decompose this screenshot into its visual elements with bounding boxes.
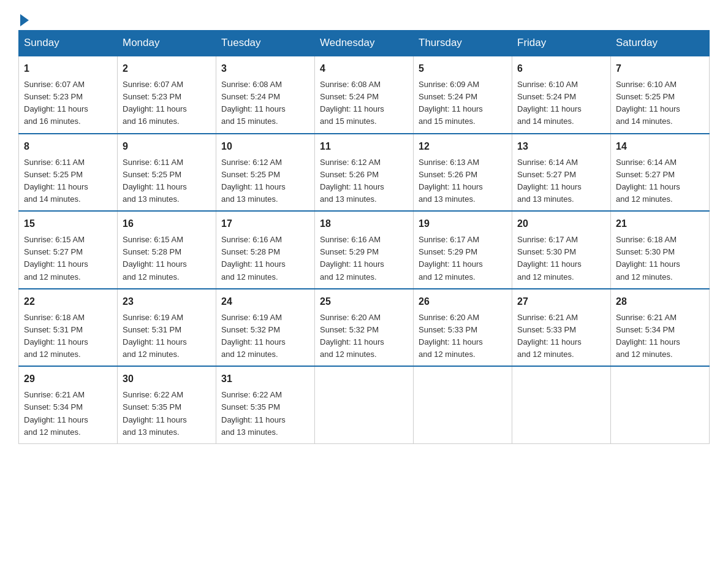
day-number: 10: [221, 139, 309, 154]
day-info: Sunrise: 6:11 AMSunset: 5:25 PMDaylight:…: [123, 156, 211, 206]
calendar-cell: 15Sunrise: 6:15 AMSunset: 5:27 PMDayligh…: [19, 211, 118, 289]
day-info: Sunrise: 6:17 AMSunset: 5:29 PMDaylight:…: [419, 234, 507, 283]
calendar-cell: 20Sunrise: 6:17 AMSunset: 5:30 PMDayligh…: [512, 211, 611, 289]
header-friday: Friday: [512, 31, 611, 56]
day-info: Sunrise: 6:14 AMSunset: 5:27 PMDaylight:…: [616, 156, 704, 206]
calendar-cell: 26Sunrise: 6:20 AMSunset: 5:33 PMDayligh…: [414, 289, 512, 367]
day-number: 6: [517, 61, 605, 76]
logo: [18, 12, 29, 24]
day-info: Sunrise: 6:22 AMSunset: 5:35 PMDaylight:…: [221, 389, 309, 439]
calendar-cell: 22Sunrise: 6:18 AMSunset: 5:31 PMDayligh…: [19, 289, 118, 367]
calendar-cell: 17Sunrise: 6:16 AMSunset: 5:28 PMDayligh…: [216, 211, 315, 289]
day-info: Sunrise: 6:12 AMSunset: 5:25 PMDaylight:…: [221, 156, 309, 206]
day-info: Sunrise: 6:12 AMSunset: 5:26 PMDaylight:…: [320, 156, 408, 206]
calendar-cell: 11Sunrise: 6:12 AMSunset: 5:26 PMDayligh…: [315, 134, 414, 212]
day-info: Sunrise: 6:15 AMSunset: 5:28 PMDaylight:…: [123, 234, 211, 283]
day-info: Sunrise: 6:18 AMSunset: 5:30 PMDaylight:…: [616, 234, 704, 283]
day-number: 27: [517, 294, 605, 309]
day-number: 26: [419, 294, 507, 309]
day-number: 25: [320, 294, 408, 309]
calendar-cell: 3Sunrise: 6:08 AMSunset: 5:24 PMDaylight…: [216, 56, 315, 134]
calendar-cell: 14Sunrise: 6:14 AMSunset: 5:27 PMDayligh…: [611, 134, 710, 212]
day-info: Sunrise: 6:22 AMSunset: 5:35 PMDaylight:…: [123, 389, 211, 439]
calendar-cell: 30Sunrise: 6:22 AMSunset: 5:35 PMDayligh…: [118, 366, 216, 443]
day-number: 29: [24, 372, 112, 386]
day-number: 21: [616, 216, 704, 231]
day-info: Sunrise: 6:08 AMSunset: 5:24 PMDaylight:…: [320, 79, 408, 128]
calendar-cell: 18Sunrise: 6:16 AMSunset: 5:29 PMDayligh…: [315, 211, 414, 289]
day-number: 22: [24, 294, 112, 309]
calendar-cell: 25Sunrise: 6:20 AMSunset: 5:32 PMDayligh…: [315, 289, 414, 367]
calendar-cell: 12Sunrise: 6:13 AMSunset: 5:26 PMDayligh…: [414, 134, 512, 212]
day-number: 14: [616, 139, 704, 154]
day-info: Sunrise: 6:10 AMSunset: 5:25 PMDaylight:…: [616, 79, 704, 128]
calendar-cell: [315, 366, 414, 443]
day-number: 19: [419, 216, 507, 231]
day-number: 2: [123, 61, 211, 76]
day-info: Sunrise: 6:07 AMSunset: 5:23 PMDaylight:…: [123, 79, 211, 128]
calendar-week-row: 22Sunrise: 6:18 AMSunset: 5:31 PMDayligh…: [19, 289, 710, 367]
calendar-header-row: SundayMondayTuesdayWednesdayThursdayFrid…: [19, 31, 710, 56]
calendar-table: SundayMondayTuesdayWednesdayThursdayFrid…: [18, 30, 710, 444]
header-tuesday: Tuesday: [216, 31, 315, 56]
day-number: 18: [320, 216, 408, 231]
day-number: 11: [320, 139, 408, 154]
calendar-cell: 16Sunrise: 6:15 AMSunset: 5:28 PMDayligh…: [118, 211, 216, 289]
day-info: Sunrise: 6:16 AMSunset: 5:29 PMDaylight:…: [320, 234, 408, 283]
calendar-cell: 19Sunrise: 6:17 AMSunset: 5:29 PMDayligh…: [414, 211, 512, 289]
day-number: 23: [123, 294, 211, 309]
day-info: Sunrise: 6:17 AMSunset: 5:30 PMDaylight:…: [517, 234, 605, 283]
day-info: Sunrise: 6:21 AMSunset: 5:34 PMDaylight:…: [616, 312, 704, 361]
day-info: Sunrise: 6:08 AMSunset: 5:24 PMDaylight:…: [221, 79, 309, 128]
day-info: Sunrise: 6:20 AMSunset: 5:32 PMDaylight:…: [320, 312, 408, 361]
day-info: Sunrise: 6:19 AMSunset: 5:32 PMDaylight:…: [221, 312, 309, 361]
calendar-cell: 4Sunrise: 6:08 AMSunset: 5:24 PMDaylight…: [315, 56, 414, 134]
day-info: Sunrise: 6:10 AMSunset: 5:24 PMDaylight:…: [517, 79, 605, 128]
day-number: 28: [616, 294, 704, 309]
day-number: 16: [123, 216, 211, 231]
day-info: Sunrise: 6:19 AMSunset: 5:31 PMDaylight:…: [123, 312, 211, 361]
calendar-week-row: 1Sunrise: 6:07 AMSunset: 5:23 PMDaylight…: [19, 56, 710, 134]
calendar-cell: 6Sunrise: 6:10 AMSunset: 5:24 PMDaylight…: [512, 56, 611, 134]
day-number: 3: [221, 61, 309, 76]
calendar-cell: 13Sunrise: 6:14 AMSunset: 5:27 PMDayligh…: [512, 134, 611, 212]
day-number: 8: [24, 139, 112, 154]
day-info: Sunrise: 6:09 AMSunset: 5:24 PMDaylight:…: [419, 79, 507, 128]
day-number: 30: [123, 372, 211, 386]
day-info: Sunrise: 6:16 AMSunset: 5:28 PMDaylight:…: [221, 234, 309, 283]
day-info: Sunrise: 6:21 AMSunset: 5:34 PMDaylight:…: [24, 389, 112, 439]
calendar-cell: 2Sunrise: 6:07 AMSunset: 5:23 PMDaylight…: [118, 56, 216, 134]
day-number: 17: [221, 216, 309, 231]
calendar-cell: [512, 366, 611, 443]
page-header: [18, 12, 710, 24]
day-number: 7: [616, 61, 704, 76]
day-number: 31: [221, 372, 309, 386]
calendar-cell: [414, 366, 512, 443]
day-number: 5: [419, 61, 507, 76]
calendar-week-row: 15Sunrise: 6:15 AMSunset: 5:27 PMDayligh…: [19, 211, 710, 289]
calendar-cell: [611, 366, 710, 443]
day-number: 12: [419, 139, 507, 154]
header-sunday: Sunday: [19, 31, 118, 56]
header-monday: Monday: [118, 31, 216, 56]
calendar-cell: 9Sunrise: 6:11 AMSunset: 5:25 PMDaylight…: [118, 134, 216, 212]
day-number: 9: [123, 139, 211, 154]
calendar-week-row: 29Sunrise: 6:21 AMSunset: 5:34 PMDayligh…: [19, 366, 710, 443]
calendar-cell: 1Sunrise: 6:07 AMSunset: 5:23 PMDaylight…: [19, 56, 118, 134]
calendar-week-row: 8Sunrise: 6:11 AMSunset: 5:25 PMDaylight…: [19, 134, 710, 212]
calendar-cell: 28Sunrise: 6:21 AMSunset: 5:34 PMDayligh…: [611, 289, 710, 367]
day-info: Sunrise: 6:07 AMSunset: 5:23 PMDaylight:…: [24, 79, 112, 128]
day-info: Sunrise: 6:21 AMSunset: 5:33 PMDaylight:…: [517, 312, 605, 361]
day-info: Sunrise: 6:13 AMSunset: 5:26 PMDaylight:…: [419, 156, 507, 206]
logo-arrow-icon: [20, 14, 29, 26]
calendar-cell: 29Sunrise: 6:21 AMSunset: 5:34 PMDayligh…: [19, 366, 118, 443]
day-number: 13: [517, 139, 605, 154]
header-saturday: Saturday: [611, 31, 710, 56]
day-number: 20: [517, 216, 605, 231]
calendar-cell: 24Sunrise: 6:19 AMSunset: 5:32 PMDayligh…: [216, 289, 315, 367]
day-info: Sunrise: 6:15 AMSunset: 5:27 PMDaylight:…: [24, 234, 112, 283]
day-info: Sunrise: 6:18 AMSunset: 5:31 PMDaylight:…: [24, 312, 112, 361]
calendar-cell: 5Sunrise: 6:09 AMSunset: 5:24 PMDaylight…: [414, 56, 512, 134]
calendar-cell: 27Sunrise: 6:21 AMSunset: 5:33 PMDayligh…: [512, 289, 611, 367]
calendar-cell: 31Sunrise: 6:22 AMSunset: 5:35 PMDayligh…: [216, 366, 315, 443]
